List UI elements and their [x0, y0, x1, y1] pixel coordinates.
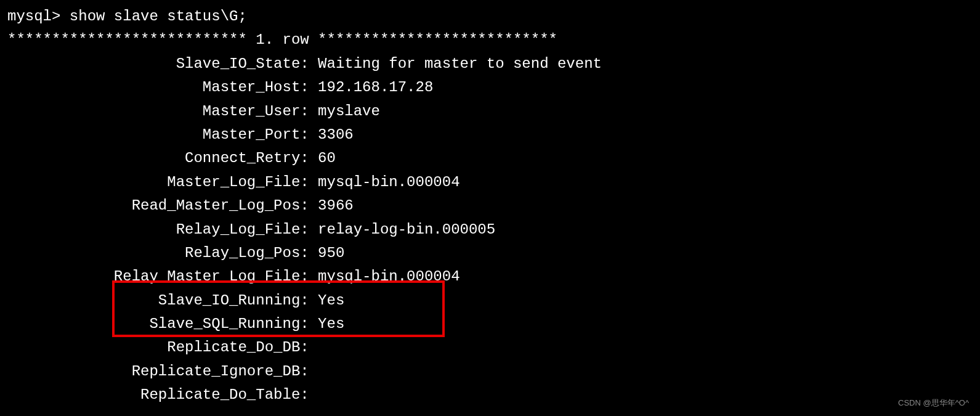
status-label: Connect_Retry [7, 150, 300, 166]
status-row: Replicate_Ignore_DB: [7, 360, 973, 383]
status-row: Slave_IO_State: Waiting for master to se… [7, 52, 973, 76]
status-row: Relay_Log_File: relay-log-bin.000005 [7, 218, 973, 242]
status-label: Replicate_Do_DB [7, 339, 300, 356]
status-row: Connect_Retry: 60 [7, 147, 973, 170]
row-separator: *************************** 1. row *****… [7, 28, 973, 52]
status-row: Master_Host: 192.168.17.28 [7, 76, 973, 99]
status-row: Master_Log_File: mysql-bin.000004 [7, 171, 973, 194]
status-label: Replicate_Ignore_DB [7, 363, 300, 380]
status-label: Slave_SQL_Running [7, 316, 300, 332]
status-label: Relay_Master_Log_File [7, 268, 300, 285]
stars-left: *************************** [7, 31, 247, 48]
status-value: 192.168.17.28 [318, 79, 433, 96]
status-row: Slave_SQL_Running: Yes [7, 312, 973, 336]
colon-separator: : [300, 150, 318, 166]
status-label: Replicate_Do_Table [7, 386, 300, 403]
status-row: Relay_Master_Log_File: mysql-bin.000004 [7, 265, 973, 288]
status-label: Relay_Log_Pos [7, 245, 300, 261]
status-value: Waiting for master to send event [318, 55, 602, 72]
status-label: Master_Host [7, 79, 300, 96]
colon-separator: : [300, 79, 318, 96]
colon-separator: : [300, 292, 318, 309]
colon-separator: : [300, 268, 318, 285]
status-value: mysql-bin.000004 [318, 268, 460, 285]
status-row: Relay_Log_Pos: 950 [7, 242, 973, 265]
row-label: 1. row [247, 31, 318, 48]
status-value: relay-log-bin.000005 [318, 221, 495, 238]
colon-separator: : [300, 339, 318, 356]
colon-separator: : [300, 363, 318, 380]
colon-separator: : [300, 197, 318, 214]
colon-separator: : [300, 245, 318, 261]
status-value: 950 [318, 245, 344, 261]
colon-separator: : [300, 126, 318, 143]
status-row: Master_User: myslave [7, 100, 973, 123]
status-row: Replicate_Do_Table: [7, 383, 973, 407]
status-row: Read_Master_Log_Pos: 3966 [7, 194, 973, 218]
status-value: myslave [318, 103, 380, 120]
status-value: Yes [318, 292, 344, 309]
colon-separator: : [300, 174, 318, 190]
status-label: Master_User [7, 103, 300, 120]
colon-separator: : [300, 221, 318, 238]
colon-separator: : [300, 316, 318, 332]
status-value: 3966 [318, 197, 354, 214]
mysql-prompt: mysql> [7, 8, 70, 25]
status-value: Yes [318, 316, 344, 332]
status-value: 3306 [318, 126, 354, 143]
colon-separator: : [300, 55, 318, 72]
status-label: Relay_Log_File [7, 221, 300, 238]
command-text: show slave status\G [70, 8, 238, 25]
watermark-text: CSDN @思华年^O^ [898, 397, 969, 410]
status-label: Master_Log_File [7, 174, 300, 190]
status-label: Read_Master_Log_Pos [7, 197, 300, 214]
stars-right: *************************** [318, 31, 557, 48]
slave-status-output: Slave_IO_State: Waiting for master to se… [7, 52, 973, 407]
status-row: Replicate_Do_DB: [7, 336, 973, 359]
status-label: Slave_IO_State [7, 55, 300, 72]
colon-separator: : [300, 386, 318, 403]
status-value: mysql-bin.000004 [318, 174, 460, 190]
status-value: 60 [318, 150, 336, 166]
command-line[interactable]: mysql> show slave status\G; [7, 5, 973, 28]
command-suffix: ; [238, 8, 246, 25]
status-row: Slave_IO_Running: Yes [7, 289, 973, 312]
status-row: Master_Port: 3306 [7, 123, 973, 147]
status-label: Slave_IO_Running [7, 292, 300, 309]
status-label: Master_Port [7, 126, 300, 143]
colon-separator: : [300, 103, 318, 120]
